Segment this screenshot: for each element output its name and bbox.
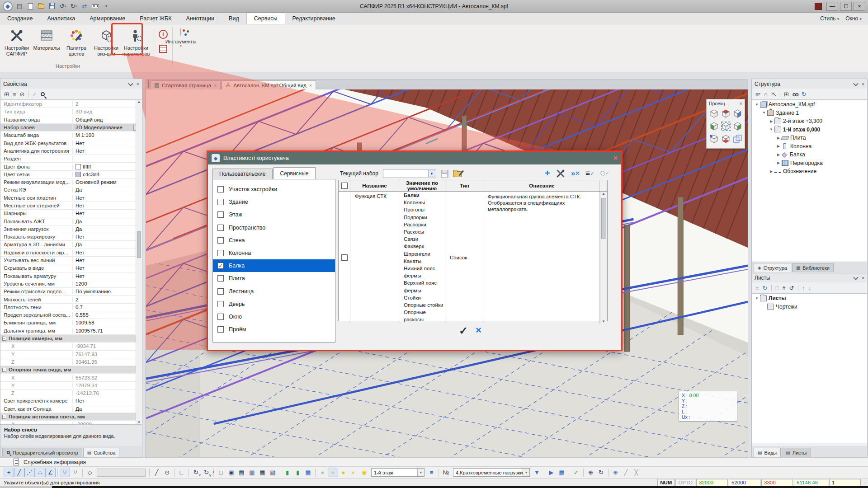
left-green-cube-icon[interactable] (708, 120, 720, 132)
pin-icon[interactable] (853, 81, 858, 86)
layers-icon[interactable]: ≡ (426, 468, 437, 477)
checkbox[interactable] (217, 301, 224, 307)
menu-tab-Вид[interactable]: Вид (222, 13, 246, 24)
snap-guides-icon[interactable]: ⋰ (24, 468, 35, 477)
lamp-off-icon[interactable]: ● (317, 468, 328, 477)
list-view-icon[interactable]: ≡ (13, 91, 16, 98)
property-row[interactable]: Сетка КЭДа (0, 186, 142, 194)
bottom-red-cube-icon[interactable] (720, 132, 731, 145)
close-panel-icon[interactable]: × (862, 81, 864, 87)
menu-tab-Армирование[interactable]: Армирование (82, 13, 132, 24)
break-icon[interactable]: ╳ (631, 468, 642, 477)
cube-settings-icon[interactable]: ▦ (257, 468, 268, 477)
menu-Стиль[interactable]: Стиль ▾ (820, 15, 839, 22)
property-group-row[interactable]: −Позиция источника света, мм (0, 413, 142, 421)
menu-tab-Аннотации[interactable]: Аннотации (179, 13, 222, 24)
ribbon-button-Настройки-САПФИР[interactable]: Настройки САПФИР (3, 26, 31, 62)
textured-cube-icon[interactable]: ▤ (236, 468, 247, 477)
structure-item-2-й этаж +3,300[interactable]: ▶2-й этаж +3,300 (752, 117, 867, 126)
object-type-Плита[interactable]: Плита (213, 272, 335, 285)
structure-item-Здание 1[interactable]: ▼Здание 1 (752, 109, 867, 117)
draw-line-icon[interactable]: ╱ (151, 468, 162, 477)
add-property-icon[interactable]: + (545, 168, 550, 178)
structure-item-Колонна[interactable]: ▶Колонна (752, 142, 867, 151)
property-row[interactable]: Режим визуализации мод...Основной режим (0, 178, 142, 186)
property-row[interactable]: Z-14213.76 (0, 389, 142, 397)
collapse-icon[interactable]: ▼ (762, 111, 766, 115)
property-row[interactable]: X-30000 (0, 421, 142, 424)
structure-item-Плита[interactable]: ▶Плита (752, 134, 867, 142)
ribbon-button-Палитра-цветов[interactable]: Палитра цветов (62, 26, 90, 62)
move-down-icon[interactable]: ↓ (808, 285, 811, 291)
refresh-icon[interactable]: ↻ (763, 285, 768, 291)
structure-item-Перегородка[interactable]: ▶Перегородка (752, 159, 867, 168)
coordinate-field[interactable] (97, 469, 146, 477)
trim-icon[interactable]: ╱ (621, 468, 631, 477)
shaded-cube-icon[interactable]: ▥ (247, 468, 257, 477)
object-type-Колонна[interactable]: Колонна (213, 247, 335, 259)
move-icon[interactable]: ⊕ (585, 468, 596, 477)
object-type-Дверь[interactable]: Дверь (213, 298, 335, 310)
property-row[interactable]: Набор слоёв3D Моделирование... (0, 124, 142, 131)
property-row[interactable]: Z30461.35 (0, 358, 142, 366)
current-set-combobox[interactable]: ▼ (383, 169, 436, 178)
property-row[interactable]: Плотность тени0.7 (0, 304, 142, 311)
apply-check-icon[interactable]: ✓ (32, 91, 37, 98)
customize-toolbar-icon[interactable]: ▾ (102, 2, 110, 10)
expand-icon[interactable]: ▶ (776, 136, 781, 140)
save-set-icon[interactable] (441, 170, 448, 178)
panel-tab-Структура[interactable]: ◈Структура (754, 263, 791, 272)
grid-view-icon[interactable]: ▦ (303, 468, 313, 477)
close-button[interactable]: × (854, 2, 865, 11)
object-type-Балка[interactable]: ✓Балка (213, 259, 335, 272)
right-green-cube-icon[interactable] (731, 120, 743, 132)
property-row[interactable]: Режим отрисовки подло...По умолчанию (0, 288, 142, 296)
menu-tab-Редактирование[interactable]: Редактирование (285, 13, 343, 24)
menu-tab-Создание[interactable]: Создание (0, 13, 40, 24)
column-header-description[interactable]: Описание (484, 180, 600, 191)
property-row[interactable]: Показывать арматуруНет (0, 272, 142, 280)
dialog-tab-Пользовательские[interactable]: Пользовательские (212, 169, 273, 179)
properties-tab-Предварительный просмотр[interactable]: Предварительный просмотр (2, 448, 82, 457)
table-scrollbar[interactable]: ▲▼ (600, 192, 607, 324)
numbered-sheet-icon[interactable]: # (782, 285, 785, 291)
row-checkbox[interactable] (341, 254, 348, 261)
property-row[interactable]: Идентификатор2 (0, 100, 142, 108)
checkbox[interactable] (217, 225, 224, 231)
property-row[interactable]: Y76147.93 (0, 351, 142, 358)
collapse-icon[interactable]: ▼ (769, 127, 774, 131)
move-up-icon[interactable]: ↑ (802, 285, 805, 291)
tab-list-icon[interactable] (148, 80, 149, 88)
object-type-Участок застройки[interactable]: Участок застройки (213, 183, 335, 196)
ok-check-button[interactable]: ✓ (459, 324, 468, 337)
object-type-Здание[interactable]: Здание (213, 196, 335, 208)
sheet-settings-icon[interactable]: ≡ (755, 285, 759, 291)
maximize-button[interactable] (840, 2, 852, 11)
save-icon[interactable] (48, 2, 56, 10)
property-row[interactable]: Скрывать в видеНет (0, 264, 142, 272)
checkbox[interactable] (217, 237, 224, 244)
rotate-icon[interactable]: ↻ (596, 468, 606, 477)
storey-combo[interactable]: 1-й этаж▼ (371, 468, 425, 477)
checkbox[interactable] (217, 211, 224, 218)
close-tab-icon[interactable]: × (309, 83, 312, 88)
sheets-item-Чертежи[interactable]: Чертежи (752, 303, 867, 311)
modified-only-icon[interactable]: ⊘ (20, 91, 25, 98)
dialog-title-bar[interactable]: ◆ Властивості користувача × (208, 152, 621, 164)
circle-center-icon[interactable]: ⊙ (162, 468, 172, 477)
property-row[interactable]: Предел зеркальной соста...0.555 (0, 311, 142, 319)
close-panel-icon[interactable]: × (862, 275, 864, 281)
app-logo-icon[interactable]: ◆ (3, 1, 13, 11)
panel-tab-Виды[interactable]: ▤Виды (754, 448, 781, 457)
new-document-icon[interactable] (26, 2, 34, 10)
column-view-icon[interactable]: ▮ (282, 468, 292, 477)
section-cube-icon[interactable]: ▧ (268, 468, 278, 477)
menu-tab-Расчет ЖБК[interactable]: Расчет ЖБК (132, 13, 179, 24)
ribbon-button-Материалы[interactable]: Материалы (33, 26, 61, 62)
report-icon[interactable]: ▤ (15, 2, 24, 10)
selected-cube-icon[interactable] (720, 120, 731, 132)
property-row[interactable]: Вид для ЖБК-результатовНет (0, 139, 142, 147)
magnet-free-icon[interactable]: ∩ (70, 468, 80, 477)
object-type-Пространство[interactable]: Пространство (213, 221, 335, 234)
dialog-tab-Сервисные[interactable]: Сервисные (274, 167, 316, 179)
